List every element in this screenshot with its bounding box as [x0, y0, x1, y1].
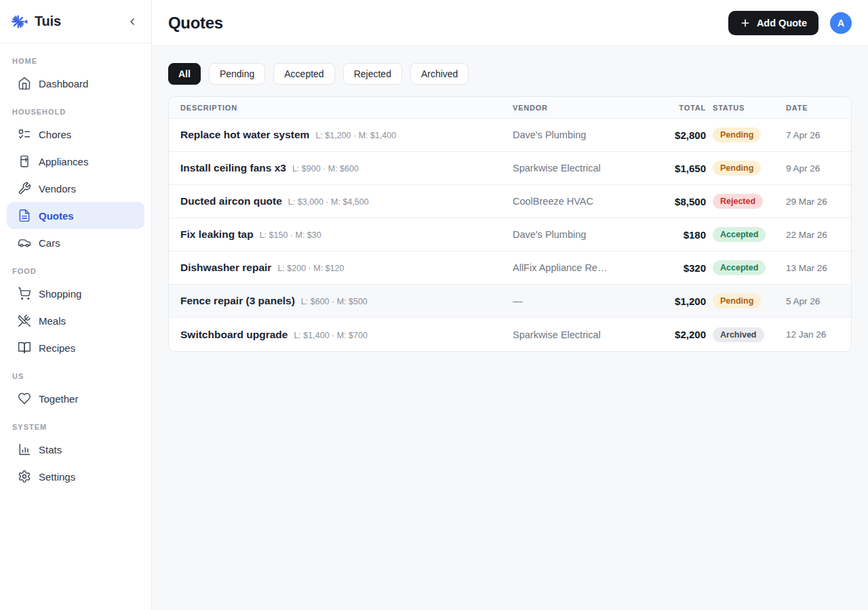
table-row-fence-repair-3-panels[interactable]: Fence repair (3 panels)L: $600 · M: $500…	[169, 285, 851, 318]
cell-total: $2,200	[648, 329, 706, 340]
utensils-icon	[18, 314, 31, 327]
sidebar-item-together[interactable]: Together	[7, 385, 144, 412]
sidebar-item-cars[interactable]: Cars	[7, 229, 144, 256]
column-header-description: Description	[180, 104, 513, 112]
topbar-actions: Add Quote A	[728, 11, 852, 35]
cell-date: 12 Jan 26	[786, 329, 840, 340]
sidebar-item-label: Vendors	[39, 183, 76, 195]
cell-date: 5 Apr 26	[786, 296, 840, 306]
filter-bar: AllPendingAcceptedRejectedArchived	[168, 63, 852, 85]
quotes-table: Description Vendor Total Status Date Rep…	[168, 96, 852, 352]
cell-vendor: —	[513, 296, 648, 306]
table-header-row: Description Vendor Total Status Date	[169, 97, 851, 119]
topbar: Quotes Add Quote A	[152, 0, 868, 46]
wrench-icon	[18, 182, 31, 195]
filter-pill-accepted[interactable]: Accepted	[273, 63, 334, 85]
sidebar-item-dashboard[interactable]: Dashboard	[7, 70, 144, 97]
cell-status: Rejected	[706, 194, 786, 209]
filter-pill-rejected[interactable]: Rejected	[343, 63, 402, 85]
sidebar: Tuis HOMEDashboardHOUSEHOLDChoresApplian…	[0, 0, 152, 610]
cell-date: 29 Mar 26	[786, 197, 840, 207]
sidebar-section-home: HOMEDashboard	[0, 57, 151, 97]
cell-date: 22 Mar 26	[786, 230, 840, 240]
filter-pill-archived[interactable]: Archived	[410, 63, 469, 85]
sidebar-item-label: Appliances	[39, 156, 88, 167]
cell-total: $1,200	[648, 296, 706, 307]
sidebar-item-vendors[interactable]: Vendors	[7, 175, 144, 202]
sidebar-item-stats[interactable]: Stats	[7, 436, 144, 463]
add-quote-button[interactable]: Add Quote	[728, 11, 818, 35]
cell-vendor: Dave's Plumbing	[513, 129, 648, 140]
car-icon	[18, 236, 31, 249]
cell-total: $320	[648, 262, 706, 274]
sidebar-item-label: Together	[39, 393, 78, 405]
avatar[interactable]: A	[830, 12, 852, 34]
refrigerator-icon	[18, 155, 31, 168]
quote-cost-breakdown: L: $600 · M: $500	[301, 297, 368, 306]
document-icon	[18, 209, 31, 222]
table-row-ducted-aircon-quote[interactable]: Ducted aircon quoteL: $3,000 · M: $4,500…	[169, 185, 851, 218]
quote-description: Install ceiling fans x3	[180, 162, 286, 174]
status-badge: Pending	[713, 127, 761, 142]
quote-cost-breakdown: L: $3,000 · M: $4,500	[288, 197, 369, 207]
sidebar-item-meals[interactable]: Meals	[7, 307, 144, 334]
chevron-left-icon	[127, 16, 138, 27]
table-row-replace-hot-water-system[interactable]: Replace hot water systemL: $1,200 · M: $…	[169, 119, 851, 152]
add-quote-button-label: Add Quote	[757, 18, 807, 28]
sidebar-item-appliances[interactable]: Appliances	[7, 148, 144, 175]
app-name: Tuis	[35, 14, 61, 29]
bar-chart-icon	[18, 443, 31, 456]
cell-status: Accepted	[706, 227, 786, 242]
sidebar-section-food: FOODShoppingMealsRecipes	[0, 267, 151, 361]
gear-icon	[18, 470, 31, 483]
sidebar-item-label: Chores	[39, 129, 71, 140]
sidebar-item-recipes[interactable]: Recipes	[7, 334, 144, 361]
table-row-switchboard-upgrade[interactable]: Switchboard upgradeL: $1,400 · M: $700Sp…	[169, 318, 851, 351]
cell-status: Pending	[706, 161, 786, 176]
sidebar-item-settings[interactable]: Settings	[7, 463, 144, 490]
cell-vendor: Dave's Plumbing	[513, 229, 648, 240]
cell-description: Switchboard upgradeL: $1,400 · M: $700	[180, 329, 513, 341]
sidebar-item-quotes[interactable]: Quotes	[7, 202, 144, 229]
sidebar-section-household: HOUSEHOLDChoresAppliancesVendorsQuotesCa…	[0, 108, 151, 256]
column-header-date: Date	[786, 104, 840, 112]
status-badge: Archived	[713, 327, 764, 342]
sidebar-item-chores[interactable]: Chores	[7, 121, 144, 148]
section-label: SYSTEM	[12, 423, 139, 431]
status-badge: Rejected	[713, 194, 763, 209]
cell-description: Fix leaking tapL: $150 · M: $30	[180, 228, 513, 241]
cell-date: 13 Mar 26	[786, 263, 840, 273]
cell-status: Archived	[706, 327, 786, 342]
cell-description: Ducted aircon quoteL: $3,000 · M: $4,500	[180, 195, 513, 207]
filter-pill-pending[interactable]: Pending	[209, 63, 265, 85]
table-row-dishwasher-repair[interactable]: Dishwasher repairL: $200 · M: $120AllFix…	[169, 251, 851, 285]
cell-description: Replace hot water systemL: $1,200 · M: $…	[180, 129, 513, 141]
sidebar-item-label: Quotes	[39, 210, 74, 222]
filter-pill-all[interactable]: All	[168, 63, 201, 85]
sidebar-item-label: Dashboard	[39, 78, 88, 89]
status-badge: Pending	[713, 293, 761, 308]
column-header-total: Total	[648, 104, 706, 112]
sidebar-collapse-button[interactable]	[124, 14, 140, 30]
sidebar-item-shopping[interactable]: Shopping	[7, 280, 144, 307]
table-row-install-ceiling-fans-x3[interactable]: Install ceiling fans x3L: $900 · M: $600…	[169, 152, 851, 185]
sidebar-item-label: Recipes	[39, 342, 75, 354]
content: AllPendingAcceptedRejectedArchived Descr…	[152, 46, 868, 610]
table-row-fix-leaking-tap[interactable]: Fix leaking tapL: $150 · M: $30Dave's Pl…	[169, 218, 851, 251]
heart-icon	[18, 392, 31, 405]
status-badge: Pending	[713, 161, 761, 176]
column-header-status: Status	[706, 104, 786, 112]
cell-description: Install ceiling fans x3L: $900 · M: $600	[180, 162, 513, 174]
cell-status: Pending	[706, 293, 786, 308]
section-label: HOUSEHOLD	[12, 108, 139, 116]
cell-status: Pending	[706, 127, 786, 142]
section-label: HOME	[12, 57, 139, 65]
cell-description: Fence repair (3 panels)L: $600 · M: $500	[180, 295, 513, 307]
cell-vendor: Sparkwise Electrical	[513, 163, 648, 174]
quote-description: Ducted aircon quote	[180, 195, 282, 207]
quote-cost-breakdown: L: $900 · M: $600	[292, 164, 359, 174]
logo: Tuis	[11, 13, 61, 30]
section-label: US	[12, 372, 139, 380]
shopping-cart-icon	[18, 287, 31, 300]
cell-vendor: CoolBreeze HVAC	[513, 196, 648, 207]
